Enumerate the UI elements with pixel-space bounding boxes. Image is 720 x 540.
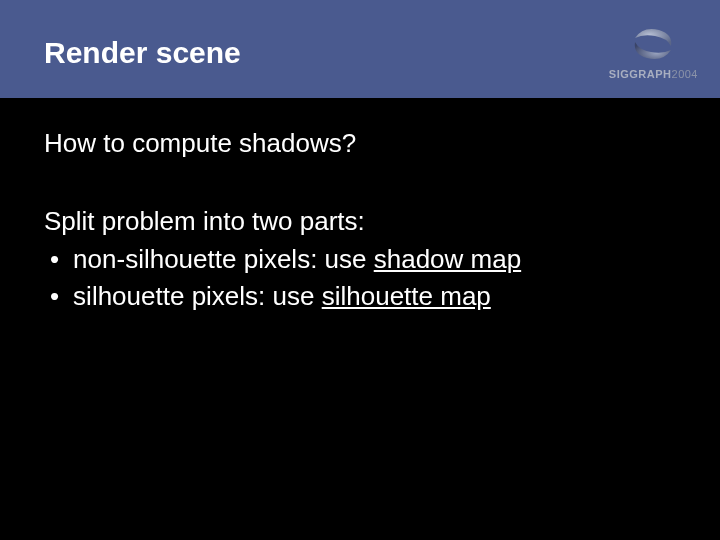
brand-text: SIGGRAPH2004 [609, 68, 698, 80]
bullet-prefix: silhouette pixels: use [73, 281, 322, 311]
body-text: Split problem into two parts: • non-silh… [44, 203, 676, 314]
bullet-emph: shadow map [374, 244, 521, 274]
bullet-item-2: • silhouette pixels: use silhouette map [44, 278, 676, 314]
siggraph-logo: SIGGRAPH2004 [609, 24, 698, 80]
intro-line: Split problem into two parts: [44, 203, 676, 239]
brand-year: 2004 [672, 68, 698, 80]
bullet-dot-icon: • [50, 278, 59, 314]
bullet-emph: silhouette map [322, 281, 491, 311]
bullet-dot-icon: • [50, 241, 59, 277]
swirl-icon [629, 24, 677, 64]
slide-content: How to compute shadows? Split problem in… [0, 98, 720, 344]
slide-title: Render scene [44, 36, 241, 70]
bullet-prefix: non-silhouette pixels: use [73, 244, 374, 274]
bullet-item-1: • non-silhouette pixels: use shadow map [44, 241, 676, 277]
bullet-text: non-silhouette pixels: use shadow map [73, 241, 521, 277]
bullet-text: silhouette pixels: use silhouette map [73, 278, 491, 314]
slide-header: Render scene SIGGRAPH2004 [0, 0, 720, 98]
question-text: How to compute shadows? [44, 128, 676, 159]
brand-name: SIGGRAPH [609, 68, 672, 80]
